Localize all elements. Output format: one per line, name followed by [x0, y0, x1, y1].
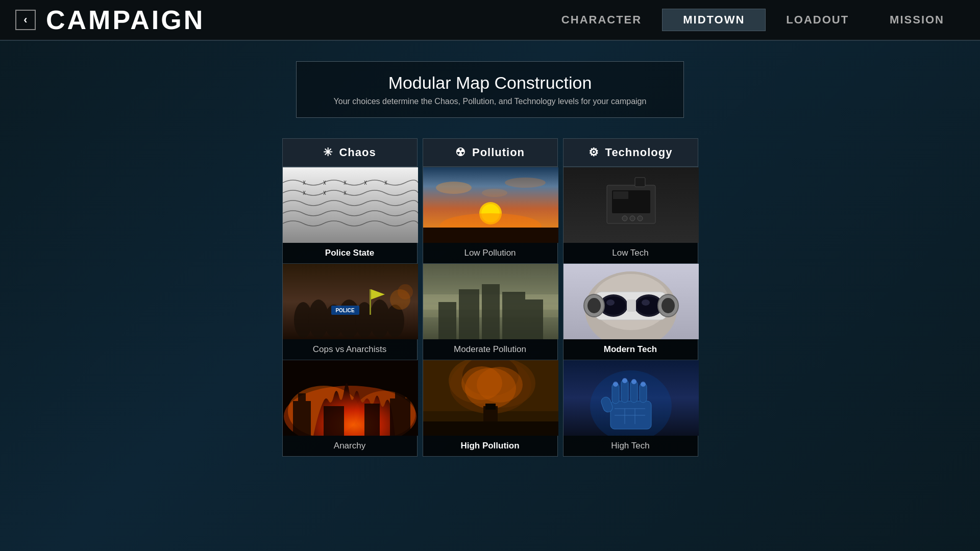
low-pollution-image — [423, 167, 558, 243]
svg-point-94 — [662, 298, 675, 313]
svg-point-87 — [642, 299, 650, 306]
svg-rect-68 — [485, 404, 496, 410]
svg-rect-45 — [423, 228, 558, 243]
svg-point-76 — [638, 216, 643, 221]
svg-point-66 — [477, 367, 523, 403]
low-tech-svg — [564, 167, 699, 243]
police-state-image — [283, 167, 418, 243]
moderate-pollution-label: Moderate Pollution — [423, 339, 557, 360]
cops-anarchists-svg: POLICE — [283, 264, 418, 339]
svg-rect-37 — [324, 406, 344, 436]
main-content: Modular Map Construction Your choices de… — [0, 41, 980, 457]
svg-point-83 — [601, 296, 626, 315]
low-pollution-svg — [423, 167, 558, 243]
pollution-low-card[interactable]: Low Pollution — [423, 167, 557, 263]
moderate-pollution-image — [423, 264, 558, 339]
map-grid: ✳ Chaos — [282, 138, 698, 457]
nav-tabs: CHARACTER MIDTOWN LOADOUT MISSION — [541, 9, 965, 31]
map-construction-panel: Modular Map Construction Your choices de… — [296, 61, 684, 118]
svg-point-84 — [606, 299, 615, 306]
back-button[interactable]: ‹ — [15, 10, 36, 30]
low-tech-image — [564, 167, 699, 243]
svg-rect-97 — [610, 401, 651, 429]
anarchy-image — [283, 360, 418, 436]
high-tech-label: High Tech — [564, 436, 698, 456]
pollution-label: Pollution — [472, 146, 525, 159]
svg-point-92 — [587, 298, 601, 313]
svg-rect-25 — [370, 289, 371, 315]
technology-column: ⚙ Technology — [563, 138, 698, 457]
panel-subtitle: Your choices determine the Chaos, Pollut… — [327, 97, 653, 106]
cops-anarchists-label: Cops vs Anarchists — [283, 339, 417, 360]
police-state-svg — [283, 167, 418, 243]
tech-low-card[interactable]: Low Tech — [564, 167, 698, 263]
tech-high-card[interactable]: High Tech — [564, 360, 698, 456]
chaos-cops-anarchists-card[interactable]: POLICE Cops vs Anarchists — [283, 263, 417, 360]
technology-label: Technology — [605, 146, 673, 159]
modern-tech-image — [564, 264, 699, 339]
moderate-pollution-svg — [423, 264, 558, 339]
tab-mission[interactable]: MISSION — [869, 9, 965, 31]
tech-modern-card[interactable]: Modern Tech — [564, 263, 698, 360]
svg-point-28 — [398, 284, 413, 299]
modern-tech-label: Modern Tech — [564, 339, 698, 360]
tab-loadout[interactable]: LOADOUT — [766, 9, 869, 31]
svg-point-109 — [631, 379, 636, 384]
svg-point-86 — [636, 296, 661, 315]
pollution-column: ☢ Pollution — [423, 138, 558, 457]
svg-point-46 — [436, 182, 472, 194]
svg-point-47 — [505, 178, 546, 188]
police-state-label: Police State — [283, 243, 417, 263]
svg-point-48 — [482, 189, 507, 197]
technology-icon: ⚙ — [589, 146, 599, 159]
high-tech-image — [564, 360, 699, 436]
chaos-anarchy-card[interactable]: Anarchy — [283, 360, 417, 456]
back-icon: ‹ — [23, 13, 27, 27]
technology-header: ⚙ Technology — [564, 139, 698, 167]
chaos-label: Chaos — [339, 146, 376, 159]
svg-point-108 — [622, 378, 627, 383]
modern-tech-svg — [564, 264, 699, 339]
chaos-icon: ✳ — [323, 146, 333, 159]
top-nav: ‹ CAMPAIGN CHARACTER MIDTOWN LOADOUT MIS… — [0, 0, 980, 41]
svg-point-74 — [622, 216, 627, 221]
pollution-icon: ☢ — [455, 146, 466, 159]
low-pollution-label: Low Pollution — [423, 243, 557, 263]
anarchy-label: Anarchy — [283, 436, 417, 456]
anarchy-svg — [283, 360, 418, 436]
chaos-police-state-card[interactable]: Police State — [283, 167, 417, 263]
svg-rect-73 — [613, 191, 628, 199]
svg-rect-38 — [364, 404, 380, 436]
svg-rect-57 — [423, 264, 558, 339]
svg-point-110 — [641, 382, 646, 387]
pollution-moderate-card[interactable]: Moderate Pollution — [423, 263, 557, 360]
high-pollution-label: High Pollution — [423, 436, 557, 456]
svg-text:POLICE: POLICE — [335, 308, 355, 313]
svg-rect-35 — [293, 401, 311, 436]
svg-rect-69 — [423, 421, 558, 436]
svg-point-107 — [613, 382, 618, 387]
svg-rect-77 — [635, 178, 645, 187]
panel-title: Modular Map Construction — [327, 73, 653, 93]
cops-anarchists-image: POLICE — [283, 264, 418, 339]
campaign-title: CAMPAIGN — [46, 5, 205, 35]
high-pollution-image — [423, 360, 558, 436]
low-tech-label: Low Tech — [564, 243, 698, 263]
high-tech-svg — [564, 360, 699, 436]
tab-character[interactable]: CHARACTER — [541, 9, 662, 31]
svg-rect-88 — [627, 299, 636, 312]
chaos-column: ✳ Chaos — [282, 138, 418, 457]
svg-rect-40 — [395, 391, 405, 398]
svg-rect-36 — [298, 393, 306, 401]
chaos-header: ✳ Chaos — [283, 139, 417, 167]
tab-midtown[interactable]: MIDTOWN — [662, 9, 766, 31]
high-pollution-svg — [423, 360, 558, 436]
pollution-header: ☢ Pollution — [423, 139, 557, 167]
pollution-high-card[interactable]: High Pollution — [423, 360, 557, 456]
svg-point-75 — [630, 216, 635, 221]
svg-rect-39 — [390, 398, 410, 436]
